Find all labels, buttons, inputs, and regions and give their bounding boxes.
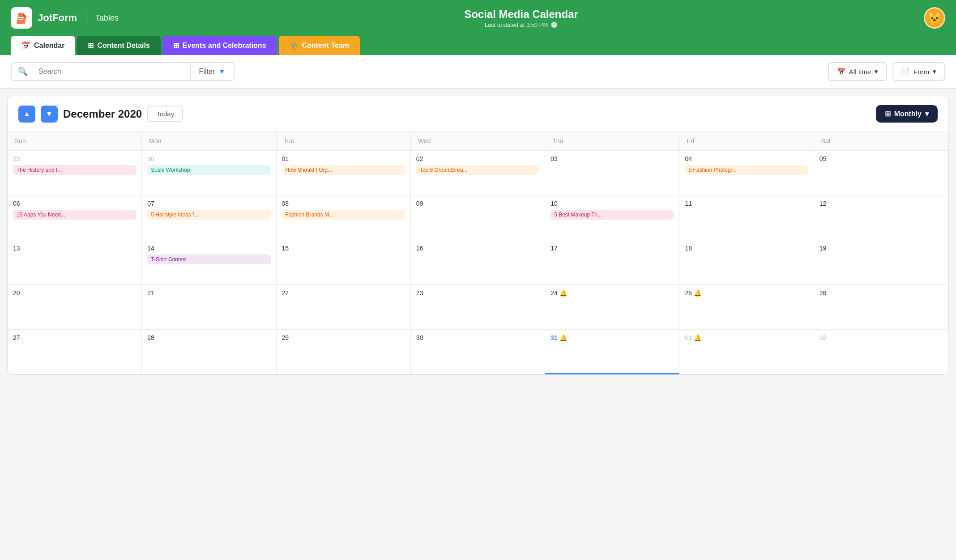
event-pill[interactable]: 5 Hairstyle Ideas f... [147,210,270,220]
event-pill[interactable]: T-Shirt Contest [147,255,270,264]
day-cell[interactable]: 01How Should I Org... [277,151,411,195]
event-pill[interactable]: 5 Best Makeup Tri... [551,210,674,220]
day-number: 08 [282,200,405,207]
event-pill[interactable]: Top 8 Groundbrea... [416,165,539,175]
day-cell[interactable]: 02Top 8 Groundbrea... [411,151,545,195]
tab-content-details[interactable]: ⊞ Content Details [77,36,160,55]
last-updated: Last updated at 3:50 PM 🕐 [119,21,924,28]
day-cell[interactable]: 30 [411,330,545,374]
day-number: 16 [416,245,539,252]
event-pill[interactable]: 5 Fashion Photogr... [685,165,808,175]
day-cell[interactable]: 16 [411,240,545,285]
filter-button[interactable]: Filter ▼ [190,63,234,80]
day-header-thu: Thu [545,132,679,150]
logo-area: JotForm Tables [11,7,119,29]
day-cell[interactable]: 105 Best Makeup Tri... [545,195,679,240]
day-cell[interactable]: 29The History and I... [8,151,142,195]
event-pill[interactable]: Fashion Brands M... [282,210,405,220]
day-cell[interactable]: 19 [814,240,948,285]
calendar-body: 29The History and I...30Sushi Workshop01… [8,150,948,374]
toolbar: 🔍 Filter ▼ 📅 All time ▾ 📄 Form ▾ [0,55,956,89]
day-number: 28 [147,334,270,341]
day-cell[interactable]: 0615 Apps You Need... [8,195,142,240]
day-number: 21 [147,289,270,297]
day-cell[interactable]: 18 [679,240,814,285]
day-number: 11 [685,200,808,207]
day-cell[interactable]: 24 🔔 [545,285,679,330]
month-title: December 2020 [63,108,142,120]
day-number: 04 [685,155,808,162]
avatar[interactable]: 🐱 [924,7,945,29]
calendar-tab-icon: 📅 [21,41,30,50]
day-cell[interactable]: 11 [679,195,814,240]
events-tab-icon: ⊞ [173,41,179,50]
events-tab-label: Events and Celebrations [183,42,266,50]
filter-label: Filter [199,68,215,76]
search-icon: 🔍 [12,67,31,76]
day-cell[interactable]: 21 [142,285,276,330]
day-cell[interactable]: 17 [545,240,679,285]
day-number: 01 🔔 [685,334,808,341]
day-number: 29 [282,334,405,341]
event-pill[interactable]: How Should I Org... [282,165,405,175]
next-month-button[interactable]: ▼ [41,106,58,123]
tab-content-team[interactable]: 📎 Content Team [279,36,360,55]
header-center: Social Media Calendar Last updated at 3:… [119,8,924,28]
day-cell[interactable]: 31 🔔 [545,330,679,374]
day-cell[interactable]: 28 [142,330,276,374]
day-number: 24 🔔 [551,289,674,297]
day-number: 15 [282,245,405,252]
app-title: Social Media Calendar [119,8,924,21]
day-cell[interactable]: 27 [8,330,142,374]
form-button[interactable]: 📄 Form ▾ [892,62,945,81]
day-cell[interactable]: 08Fashion Brands M... [277,195,411,240]
day-number: 30 [147,155,270,162]
day-cell[interactable]: 12 [814,195,948,240]
day-number: 30 [416,334,539,341]
day-cell[interactable]: 29 [277,330,411,374]
day-cell[interactable]: 30Sushi Workshop [142,151,276,195]
day-cell[interactable]: 045 Fashion Photogr... [679,151,814,195]
day-number: 14 [147,245,270,252]
day-cell[interactable]: 09 [411,195,545,240]
day-number: 13 [13,245,136,252]
calendar-tab-label: Calendar [34,42,64,50]
day-cell[interactable]: 03 [545,151,679,195]
day-number: 22 [282,289,405,297]
day-header-sun: Sun [8,132,142,150]
day-header-mon: Mon [142,132,276,150]
day-number: 17 [551,245,674,252]
day-number: 12 [819,200,943,207]
day-cell[interactable]: 01 🔔 [679,330,814,374]
logo-divider [86,12,86,24]
event-pill[interactable]: Sushi Workshop [147,165,270,175]
day-number: 06 [13,200,136,207]
tab-calendar[interactable]: 📅 Calendar [11,36,75,55]
search-input[interactable] [31,63,190,80]
tables-label: Tables [95,13,119,23]
day-cell[interactable]: 25 🔔 [679,285,814,330]
all-time-button[interactable]: 📅 All time ▾ [828,62,887,81]
day-cell[interactable]: 14T-Shirt Contest [142,240,276,285]
day-number: 09 [416,200,539,207]
tab-events[interactable]: ⊞ Events and Celebrations [162,36,277,55]
all-time-chevron: ▾ [875,68,878,76]
day-cell[interactable]: 13 [8,240,142,285]
day-cell[interactable]: 075 Hairstyle Ideas f... [142,195,276,240]
day-header-tue: Tue [277,132,411,150]
event-pill[interactable]: 15 Apps You Need... [13,210,136,220]
day-cell[interactable]: 26 [814,285,948,330]
prev-month-button[interactable]: ▲ [18,106,35,123]
day-cell[interactable]: 02 [814,330,948,374]
today-button[interactable]: Today [147,106,183,122]
logo-icon [11,7,32,29]
day-cell[interactable]: 23 [411,285,545,330]
day-cell[interactable]: 15 [277,240,411,285]
app-header: JotForm Tables Social Media Calendar Las… [0,0,956,36]
day-cell[interactable]: 05 [814,151,948,195]
monthly-view-button[interactable]: ⊞ Monthly ▾ [876,105,938,123]
day-cell[interactable]: 20 [8,285,142,330]
event-pill[interactable]: The History and I... [13,165,136,175]
day-cell[interactable]: 22 [277,285,411,330]
logo-text: JotForm [38,12,77,24]
